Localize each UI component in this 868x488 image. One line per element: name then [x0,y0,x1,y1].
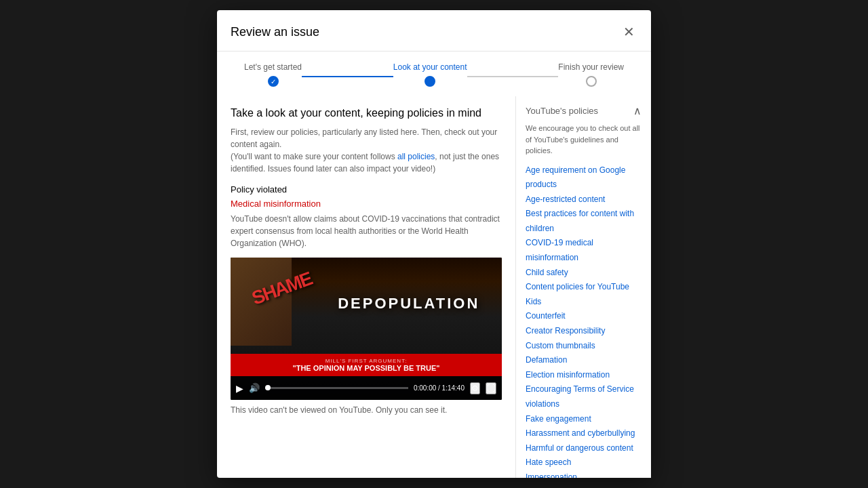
policy-list-item[interactable]: Counterfeit [526,309,642,324]
section-description: First, review our policies, particularly… [231,126,502,175]
step-line-1 [302,76,393,77]
modal-body: Take a look at your content, keeping pol… [217,96,651,478]
collapse-icon[interactable]: ∧ [633,104,642,117]
policy-list-item[interactable]: Hate speech [526,455,642,470]
video-controls: ▶ 🔊 0:00:00 / 1:14:40 ⚙ ⛶ [231,376,502,400]
policy-list-item[interactable]: Custom thumbnails [526,339,642,354]
policy-list: Age requirement on Google productsAge-re… [526,163,642,479]
step-3-dot [586,76,597,87]
video-note: This video can't be viewed on YouTube. O… [231,405,502,415]
policy-list-item[interactable]: Harmful or dangerous content [526,441,642,456]
policy-list-item[interactable]: Election misinformation [526,368,642,383]
content-left: Take a look at your content, keeping pol… [217,96,515,478]
policy-list-item[interactable]: Child safety [526,266,642,281]
step-2: Look at your content [393,62,467,87]
right-panel-header: YouTube's policies ∧ [526,104,642,117]
progress-bar[interactable] [265,387,408,389]
step-2-dot [425,76,435,87]
video-red-bar: MILL'S FIRST ARGUMENT: "THE OPINION MAY … [231,354,502,376]
step-3-label: Finish your review [558,62,624,72]
play-button[interactable]: ▶ [236,383,243,394]
policy-description: YouTube doesn't allow claims about COVID… [231,213,502,249]
step-line-2 [467,76,559,77]
right-panel-desc: We encourage you to check out all of You… [526,123,642,157]
step-3: Finish your review [558,62,624,87]
right-panel: YouTube's policies ∧ We encourage you to… [515,96,651,478]
step-2-label: Look at your content [393,62,467,72]
policy-list-item[interactable]: COVID-19 medical misinformation [526,236,642,265]
policy-list-item[interactable]: Age-restricted content [526,192,642,207]
red-bar-text: "THE OPINION MAY POSSIBLY BE TRUE" [237,364,495,372]
all-policies-link[interactable]: all policies [397,152,435,161]
policy-list-item[interactable]: Encouraging Terms of Service violations [526,382,642,411]
modal-title: Review an issue [231,25,319,39]
step-1: Let's get started ✓ [244,62,302,87]
volume-icon: 🔊 [249,383,260,393]
step-1-label: Let's get started [244,62,302,72]
settings-button[interactable]: ⚙ [470,382,480,394]
policy-list-item[interactable]: Harassment and cyberbullying [526,426,642,441]
steps-bar: Let's get started ✓ Look at your content… [217,52,651,96]
right-panel-title-text: YouTube's policies [526,106,598,116]
red-bar-label: MILL'S FIRST ARGUMENT: [237,358,495,364]
policy-list-item[interactable]: Impersonation [526,470,642,478]
policy-name-link[interactable]: Medical misinformation [231,199,502,209]
time-display: 0:00:00 / 1:14:40 [414,384,465,392]
fullscreen-button[interactable]: ⛶ [486,382,496,394]
depopulation-text: DEPOPULATION [338,295,479,312]
section-heading: Take a look at your content, keeping pol… [231,107,502,119]
policy-list-item[interactable]: Content policies for YouTube Kids [526,280,642,309]
video-player[interactable]: SHAME DEPOPULATION MILL'S FIRST ARGUMENT… [231,258,502,400]
close-button[interactable]: ✕ [620,21,637,43]
progress-dot [265,385,271,390]
modal-header: Review an issue ✕ [217,10,651,52]
step-1-dot: ✓ [268,76,279,87]
policy-list-item[interactable]: Defamation [526,353,642,368]
policy-list-item[interactable]: Creator Responsibility [526,324,642,339]
modal-dialog: Review an issue ✕ Let's get started ✓ Lo… [217,10,651,478]
policy-list-item[interactable]: Best practices for content with children [526,207,642,236]
policy-list-item[interactable]: Age requirement on Google products [526,163,642,192]
policy-list-item[interactable]: Fake engagement [526,412,642,427]
policy-label: Policy violated [231,184,502,195]
